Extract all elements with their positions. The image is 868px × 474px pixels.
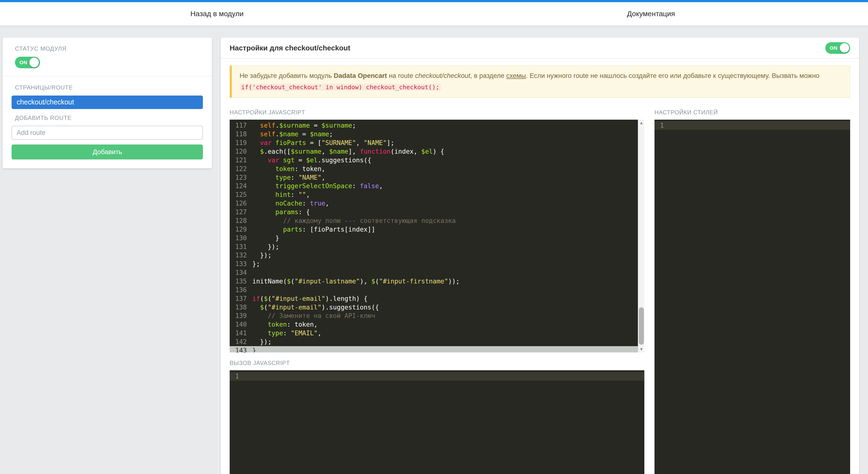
toggle-on-label: ON: [830, 45, 837, 51]
line-number: 1: [230, 372, 245, 381]
code-line: 141 type: "EMAIL",: [230, 329, 638, 338]
scrollbar-track[interactable]: [638, 126, 645, 346]
line-number: 140: [230, 320, 252, 329]
alert-text: на route: [387, 72, 415, 80]
code-line: 121 var sgt = $el.suggestions({: [230, 156, 638, 164]
code-line: 136: [230, 286, 638, 294]
top-nav-left: Назад в модули: [0, 2, 434, 26]
code-line: 123 type: "NAME",: [230, 173, 638, 182]
code-text: var fioParts = ["SURNAME", "NAME"];: [252, 138, 638, 147]
code-text: [245, 372, 645, 381]
line-number: 128: [230, 216, 252, 225]
top-navigation: Назад в модули Документация: [0, 0, 868, 26]
code-line: 134: [230, 268, 638, 277]
code-line: 137if($("#input-email").length) {: [230, 294, 638, 303]
code-text: parts: [fioParts[index]]: [252, 225, 638, 234]
code-line: 140 token: token,: [230, 320, 638, 329]
code-line: 125 hint: "",: [230, 190, 638, 199]
line-number: 133: [230, 259, 252, 268]
code-area[interactable]: 117 self.$surname = $surname;118 self.$n…: [230, 120, 638, 353]
code-text: self.$name = $name;: [252, 130, 638, 138]
alert-text: Не забудьте добавить модуль: [240, 72, 334, 80]
module-status-toggle[interactable]: ON: [15, 57, 40, 68]
scroll-down-arrow-icon[interactable]: ▼: [638, 346, 645, 353]
code-area[interactable]: 1: [230, 370, 645, 474]
line-number: 119: [230, 138, 252, 147]
schemes-link[interactable]: схемы: [506, 72, 526, 80]
code-text: type: "EMAIL",: [252, 329, 638, 338]
line-number: 139: [230, 311, 252, 320]
line-number: 132: [230, 251, 252, 259]
line-number: 134: [230, 268, 252, 277]
module-settings-panel: Настройки для checkout/checkout ON Не за…: [221, 38, 859, 474]
code-text: params: {: [252, 208, 638, 216]
scrollbar-thumb[interactable]: [639, 307, 644, 345]
code-text: var sgt = $el.suggestions({: [252, 156, 638, 164]
code-line: 118 self.$name = $name;: [230, 130, 638, 138]
line-number: 120: [230, 147, 252, 156]
line-number: 136: [230, 286, 252, 294]
code-text: [252, 268, 638, 277]
line-number: 125: [230, 190, 252, 199]
code-line: 142 });: [230, 338, 638, 346]
line-number: 131: [230, 243, 252, 251]
code-area[interactable]: 1: [654, 120, 850, 474]
code-text: [252, 286, 638, 294]
line-number: 117: [230, 121, 252, 130]
code-line: 128 // каждому полю --- соответствующая …: [230, 216, 638, 225]
alert-route-name: checkout/checkout: [415, 72, 470, 80]
route-settings-toggle[interactable]: ON: [825, 42, 850, 54]
code-text: });: [252, 251, 638, 259]
code-line: 119 var fioParts = ["SURNAME", "NAME"];: [230, 138, 638, 147]
js-call-label: ВЫЗОВ JAVASCRIPT: [230, 360, 645, 367]
alert-text: , в разделе: [470, 72, 506, 80]
code-line: 127 params: {: [230, 208, 638, 216]
settings-title: Настройки для checkout/checkout: [230, 44, 350, 52]
route-item-checkout[interactable]: checkout/checkout: [11, 96, 203, 109]
code-line: 120 $.each([$surname, $name], function(i…: [230, 147, 638, 156]
documentation-link[interactable]: Документация: [627, 10, 675, 18]
code-text: $.each([$surname, $name], function(index…: [252, 147, 638, 156]
styles-label: НАСТРОЙКИ СТИЛЕЙ: [654, 109, 850, 116]
page-content: СТАТУС МОДУЛЯ ON СТРАНИЦЫ/ROUTE checkout…: [0, 26, 868, 474]
code-line: 143}: [230, 346, 638, 352]
line-number: 137: [230, 294, 252, 303]
code-line: 133};: [230, 259, 638, 268]
code-text: triggerSelectOnSpace: false,: [252, 182, 638, 190]
code-line: 129 parts: [fioParts[index]]: [230, 225, 638, 234]
module-status-label: СТАТУС МОДУЛЯ: [11, 45, 203, 52]
back-to-modules-link[interactable]: Назад в модули: [190, 10, 243, 18]
line-number: 1: [654, 121, 670, 130]
js-call-editor[interactable]: 1: [230, 370, 645, 474]
code-text: $("#input-email").suggestions({: [252, 303, 638, 312]
code-text: // Замените на свой API-ключ: [252, 311, 638, 320]
code-text: }: [252, 346, 638, 352]
scroll-up-arrow-icon[interactable]: ▲: [638, 120, 645, 126]
code-text: };: [252, 259, 638, 268]
top-nav-right: Документация: [434, 2, 868, 26]
module-sidebar: СТАТУС МОДУЛЯ ON СТРАНИЦЫ/ROUTE checkout…: [3, 38, 212, 168]
code-line: 132 });: [230, 251, 638, 259]
code-text: });: [252, 338, 638, 346]
styles-editor[interactable]: 1: [654, 120, 850, 474]
code-text: if($("#input-email").length) {: [252, 294, 638, 303]
code-line: 122 token: token,: [230, 164, 638, 173]
js-settings-editor[interactable]: 117 self.$surname = $surname;118 self.$n…: [230, 120, 645, 353]
code-text: // каждому полю --- соответствующая подс…: [252, 216, 638, 225]
sidebar-divider: [3, 76, 212, 76]
code-text: token: token,: [252, 164, 638, 173]
code-text: }: [252, 234, 638, 243]
code-line: 138 $("#input-email").suggestions({: [230, 303, 638, 312]
editor-vertical-scrollbar[interactable]: ▲ ▼: [638, 120, 645, 353]
line-number: 129: [230, 225, 252, 234]
code-text: token: token,: [252, 320, 638, 329]
add-route-input[interactable]: [11, 126, 203, 139]
add-route-button[interactable]: Добавить: [11, 145, 203, 159]
code-line: 139 // Замените на свой API-ключ: [230, 311, 638, 320]
js-settings-label: НАСТРОЙКИ JAVASCRIPT: [230, 109, 645, 116]
code-line: 135initName($("#input-lastname"), $("#in…: [230, 277, 638, 286]
code-line: 130 }: [230, 234, 638, 243]
alert-text: . Если нужного route не нашлось создайте…: [526, 72, 819, 80]
code-text: self.$surname = $surname;: [252, 121, 638, 130]
code-line: 124 triggerSelectOnSpace: false,: [230, 182, 638, 190]
